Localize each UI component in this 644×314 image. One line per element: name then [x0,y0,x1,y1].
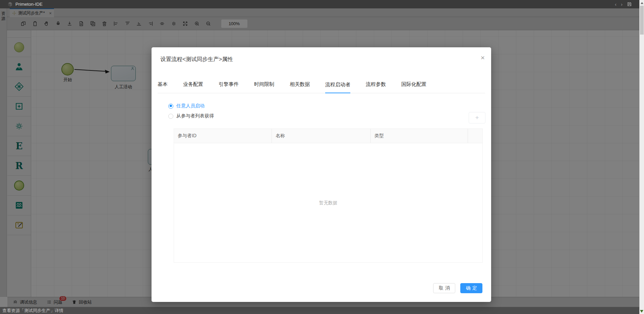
app-root: Primeton-IDE ‹ › 资 源 测试同步生产* × [0,0,644,314]
dialog-title: 设置流程<测试同步生产>属性 [160,56,233,63]
scrollbar-thumb[interactable] [640,6,644,35]
table-header: 参与者ID 名称 类型 [174,129,482,143]
process-properties-dialog: 设置流程<测试同步生产>属性 × 基本 业务配置 引擎事件 时间限制 相关数据 … [152,47,491,302]
column-actions [468,129,482,143]
radio-from-participants[interactable]: 从参与者列表获得 [168,113,214,119]
participants-table: 参与者ID 名称 类型 暂无数据 [174,128,483,263]
radio-any-person-label: 任意人员启动 [176,103,204,109]
tab-basic[interactable]: 基本 [158,81,168,93]
empty-text: 暂无数据 [319,200,337,206]
statusbar: 查看资源「测试同步生产」详情 [0,307,639,314]
dialog-tabs: 基本 业务配置 引擎事件 时间限制 相关数据 流程启动者 流程参数 国际化配置 [158,77,485,93]
column-type: 类型 [371,129,468,143]
table-empty-state: 暂无数据 [174,143,482,262]
radio-any-person[interactable]: 任意人员启动 [168,103,204,109]
tab-business-config[interactable]: 业务配置 [183,81,203,93]
tab-engine-events[interactable]: 引擎事件 [219,81,239,93]
tab-time-limit[interactable]: 时间限制 [254,81,274,93]
radio-selected-icon[interactable] [168,104,173,109]
column-name: 名称 [272,129,371,143]
scroll-up-icon[interactable] [641,2,643,4]
status-text: 查看资源「测试同步生产」详情 [2,308,63,314]
column-participant-id: 参与者ID [174,129,272,143]
nav-forward-icon[interactable]: › [621,0,623,8]
nav-back-icon[interactable]: ‹ [615,0,617,8]
primeton-logo-icon [7,1,13,7]
ok-button[interactable]: 确定 [460,283,482,293]
add-participant-button[interactable]: + [469,112,485,123]
titlebar: Primeton-IDE ‹ › [0,0,639,8]
vertical-scrollbar[interactable] [639,0,644,314]
app-title: Primeton-IDE [15,2,43,7]
radio-from-participants-label: 从参与者列表获得 [176,113,214,119]
tab-process-starter[interactable]: 流程启动者 [325,82,350,93]
titlebar-actions: ‹ › [615,0,632,8]
tab-process-params[interactable]: 流程参数 [366,81,386,93]
save-icon[interactable] [627,2,632,7]
cancel-button[interactable]: 取消 [433,283,455,293]
dialog-footer: 取消 确定 [433,283,482,293]
tab-i18n-config[interactable]: 国际化配置 [401,81,426,93]
scroll-down-icon[interactable] [640,310,643,313]
radio-unselected-icon[interactable] [168,114,173,119]
tab-related-data[interactable]: 相关数据 [290,81,310,93]
dialog-close-icon[interactable]: × [481,54,485,61]
